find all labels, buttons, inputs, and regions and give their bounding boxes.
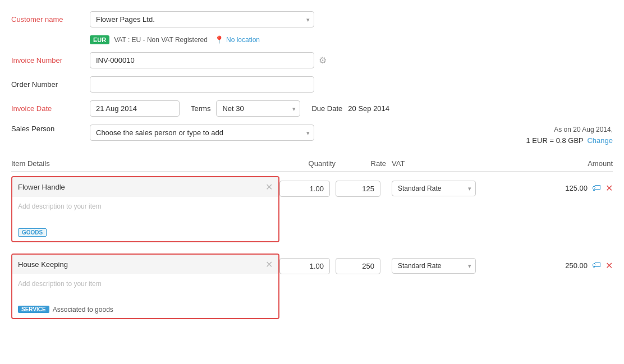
item-2-name-row: House Keeping ✕ [12,255,278,274]
due-date-value: 20 Sep 2014 [348,104,389,113]
item-2-quantity-cell [279,254,336,274]
order-number-row: Order Number [11,76,613,93]
item-1-amount: 125.00 [557,184,588,192]
item-2-service-tag: SERVICE [18,306,49,313]
item-1-rate-cell [336,176,386,197]
item-2-tag-icon[interactable]: 🏷 [592,260,601,270]
header-quantity: Quantity [279,159,336,168]
item-2-rate-cell [336,254,386,274]
item-2-name: House Keeping [18,260,68,269]
item-2-amount: 250.00 [557,261,588,270]
invoice-date-row: Invoice Date Terms Net 30 Net 15 Net 30 … [11,100,613,117]
item-1-name: Flower Handle [18,183,65,191]
customer-name-row: Customer name Flower Pages Ltd. ▾ [11,11,613,27]
table-header: Item Details Quantity Rate VAT Amount [11,156,613,172]
item-1-vat-select[interactable]: Standard Rate Zero Rate Exempt No VAT [392,181,476,196]
item-1-left: Flower Handle ✕ Add description to your … [11,176,279,248]
item-2-close-icon[interactable]: ✕ [265,259,273,270]
invoice-number-input[interactable] [90,52,314,68]
item-2-vat-cell: Standard Rate Zero Rate Exempt No VAT ▾ [386,254,476,274]
customer-name-select-wrapper: Flower Pages Ltd. ▾ [90,11,314,27]
item-1-name-row: Flower Handle ✕ [12,177,278,197]
terms-select[interactable]: Net 30 Net 15 Net 30 Net 60 [216,100,300,117]
item-1-goods-tag: GOODS [18,228,47,237]
item-2-vat-select-wrapper: Standard Rate Zero Rate Exempt No VAT ▾ [392,258,476,274]
item-1-amount-col: 125.00 🏷 ✕ [476,176,613,193]
item-1-tag-row: GOODS [12,225,278,241]
customer-name-select[interactable]: Flower Pages Ltd. [90,11,314,27]
item-2-description[interactable]: Add description to your item [12,274,278,302]
item-1-description[interactable]: Add description to your item [12,197,278,225]
no-location-link[interactable]: 📍 No location [214,35,260,44]
invoice-date-input[interactable] [90,100,180,117]
item-2-tag-row: SERVICE Associated to goods [12,302,278,318]
item-2-rate-input[interactable] [336,258,380,274]
exchange-rate-line: 1 EUR = 0.8 GBP Change [526,135,613,147]
sales-person-label: Sales Person [11,125,90,133]
item-2-left: House Keeping ✕ Add description to your … [11,254,279,325]
invoice-number-row: Invoice Number ⚙ [11,52,613,68]
exchange-date-line: As on 20 Aug 2014, [526,125,613,135]
terms-label: Terms [191,104,210,113]
item-2-block: House Keeping ✕ Add description to your … [11,254,279,319]
header-vat: VAT [386,159,476,168]
items-section: Item Details Quantity Rate VAT Amount Fl… [11,156,613,325]
item-2-quantity-input[interactable] [279,258,330,274]
due-date-label: Due Date [311,104,342,113]
header-rate: Rate [336,159,386,168]
item-2-amount-col: 250.00 🏷 ✕ [476,254,613,271]
item-1-close-icon[interactable]: ✕ [265,182,273,192]
gear-icon[interactable]: ⚙ [319,55,327,66]
exchange-rate-value: 1 EUR = 0.8 GBP [526,136,584,145]
sales-person-select[interactable]: Choose the sales person or type to add [90,125,314,141]
location-text: No location [226,36,260,44]
item-1-tag-icon[interactable]: 🏷 [592,183,601,193]
item-1-rate-input[interactable] [336,181,380,197]
terms-select-wrapper: Net 30 Net 15 Net 30 Net 60 ▾ [216,100,300,117]
change-rate-link[interactable]: Change [587,136,613,145]
currency-badge[interactable]: EUR [90,35,109,44]
item-1-quantity-input[interactable] [279,181,330,197]
item-1-vat-select-wrapper: Standard Rate Zero Rate Exempt No VAT ▾ [392,181,476,196]
header-item-details: Item Details [11,159,279,168]
table-row: House Keeping ✕ Add description to your … [11,254,613,325]
invoice-number-input-row: ⚙ [90,52,327,68]
item-2-associated-text: Associated to goods [53,306,113,314]
item-1-block: Flower Handle ✕ Add description to your … [11,176,279,242]
exchange-rate-info: As on 20 Aug 2014, 1 EUR = 0.8 GBP Chang… [526,125,613,147]
item-2-delete-icon[interactable]: ✕ [605,260,613,271]
item-2-vat-select[interactable]: Standard Rate Zero Rate Exempt No VAT [392,258,476,274]
currency-vat-row: EUR VAT : EU - Non VAT Registered 📍 No l… [90,35,613,44]
item-1-delete-icon[interactable]: ✕ [605,183,613,193]
header-amount: Amount [476,159,613,168]
invoice-date-label: Invoice Date [11,104,90,113]
sales-person-row: Sales Person Choose the sales person or … [11,125,613,147]
invoice-number-label: Invoice Number [11,56,90,64]
table-row: Flower Handle ✕ Add description to your … [11,176,613,248]
vat-text: VAT : EU - Non VAT Registered [114,36,208,44]
order-number-input[interactable] [90,76,314,93]
item-1-quantity-cell [279,176,336,197]
item-1-vat-cell: Standard Rate Zero Rate Exempt No VAT ▾ [386,176,476,196]
sales-person-select-wrapper: Choose the sales person or type to add ▾ [90,125,314,141]
location-pin-icon: 📍 [214,35,224,44]
order-number-label: Order Number [11,80,90,89]
customer-name-label: Customer name [11,15,90,24]
